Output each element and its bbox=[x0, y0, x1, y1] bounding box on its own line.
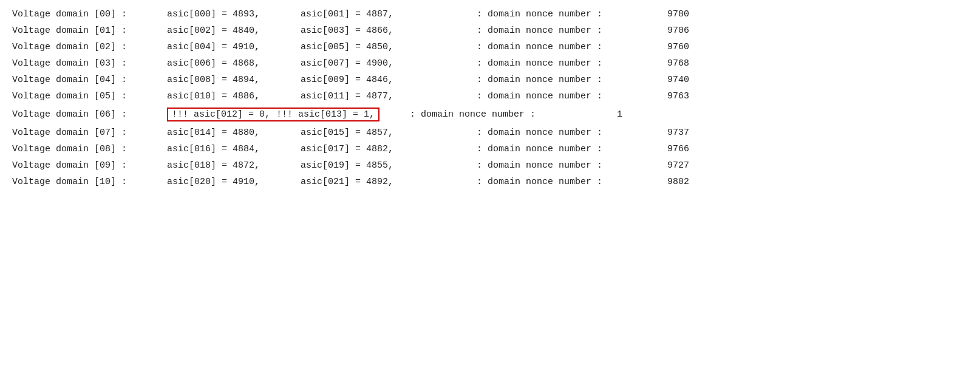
log-row: Voltage domain [04] :asic[008] = 4894,as… bbox=[12, 72, 968, 88]
domain-label: Voltage domain [06] : bbox=[12, 109, 167, 120]
log-row: Voltage domain [08] :asic[016] = 4884,as… bbox=[12, 141, 968, 157]
asic1-label: asic[008] = 4894, bbox=[167, 75, 301, 85]
log-row: Voltage domain [09] :asic[018] = 4872,as… bbox=[12, 157, 968, 174]
domain-label: Voltage domain [05] : bbox=[12, 91, 167, 101]
asic2-label: asic[011] = 4877, bbox=[301, 91, 446, 101]
domain-label: Voltage domain [10] : bbox=[12, 177, 167, 187]
log-row: Voltage domain [06] :!!! asic[012] = 0, … bbox=[12, 104, 968, 125]
asic2-label: asic[021] = 4892, bbox=[301, 177, 446, 187]
asic2-label: asic[003] = 4866, bbox=[301, 26, 446, 36]
asic1-label: asic[014] = 4880, bbox=[167, 128, 301, 138]
log-container: Voltage domain [00] :asic[000] = 4893,as… bbox=[12, 6, 968, 190]
domain-label: Voltage domain [09] : bbox=[12, 160, 167, 171]
asic2-label: asic[017] = 4882, bbox=[301, 144, 446, 154]
domain-label: Voltage domain [07] : bbox=[12, 128, 167, 138]
nonce-value: 9763 bbox=[653, 91, 689, 101]
nonce-label: : domain nonce number : bbox=[477, 177, 653, 187]
error-asic1: !!! asic[012] = 0, bbox=[172, 109, 270, 120]
nonce-label: : domain nonce number : bbox=[410, 109, 586, 120]
nonce-label: : domain nonce number : bbox=[477, 42, 653, 52]
domain-label: Voltage domain [02] : bbox=[12, 42, 167, 52]
asic1-label: asic[006] = 4868, bbox=[167, 58, 301, 69]
asic2-label: asic[005] = 4850, bbox=[301, 42, 446, 52]
nonce-value: 1 bbox=[586, 109, 622, 120]
log-row: Voltage domain [10] :asic[020] = 4910,as… bbox=[12, 174, 968, 190]
error-box: !!! asic[012] = 0, !!! asic[013] = 1, bbox=[167, 108, 379, 121]
nonce-value: 9727 bbox=[653, 160, 689, 171]
nonce-value: 9706 bbox=[653, 26, 689, 36]
log-row: Voltage domain [03] :asic[006] = 4868,as… bbox=[12, 55, 968, 72]
nonce-value: 9802 bbox=[653, 177, 689, 187]
domain-label: Voltage domain [08] : bbox=[12, 144, 167, 154]
nonce-value: 9760 bbox=[653, 42, 689, 52]
domain-label: Voltage domain [01] : bbox=[12, 26, 167, 36]
asic1-label: asic[018] = 4872, bbox=[167, 160, 301, 171]
nonce-label: : domain nonce number : bbox=[477, 91, 653, 101]
domain-label: Voltage domain [04] : bbox=[12, 75, 167, 85]
domain-label: Voltage domain [03] : bbox=[12, 58, 167, 69]
nonce-value: 9740 bbox=[653, 75, 689, 85]
asic2-label: asic[019] = 4855, bbox=[301, 160, 446, 171]
asic1-label: asic[016] = 4884, bbox=[167, 144, 301, 154]
nonce-label: : domain nonce number : bbox=[477, 58, 653, 69]
nonce-value: 9737 bbox=[653, 128, 689, 138]
asic2-label: asic[007] = 4900, bbox=[301, 58, 446, 69]
nonce-label: : domain nonce number : bbox=[477, 160, 653, 171]
asic1-label: asic[010] = 4886, bbox=[167, 91, 301, 101]
log-row: Voltage domain [07] :asic[014] = 4880,as… bbox=[12, 125, 968, 141]
nonce-label: : domain nonce number : bbox=[477, 75, 653, 85]
asic1-label: asic[004] = 4910, bbox=[167, 42, 301, 52]
log-row: Voltage domain [05] :asic[010] = 4886,as… bbox=[12, 88, 968, 104]
nonce-label: : domain nonce number : bbox=[477, 9, 653, 19]
nonce-label: : domain nonce number : bbox=[477, 128, 653, 138]
log-row: Voltage domain [01] :asic[002] = 4840,as… bbox=[12, 22, 968, 39]
asic1-label: asic[020] = 4910, bbox=[167, 177, 301, 187]
nonce-value: 9766 bbox=[653, 144, 689, 154]
nonce-value: 9780 bbox=[653, 9, 689, 19]
asic2-label: asic[001] = 4887, bbox=[301, 9, 446, 19]
asic1-label: asic[000] = 4893, bbox=[167, 9, 301, 19]
log-row: Voltage domain [00] :asic[000] = 4893,as… bbox=[12, 6, 968, 22]
nonce-value: 9768 bbox=[653, 58, 689, 69]
log-row: Voltage domain [02] :asic[004] = 4910,as… bbox=[12, 39, 968, 55]
nonce-label: : domain nonce number : bbox=[477, 26, 653, 36]
asic2-label: asic[015] = 4857, bbox=[301, 128, 446, 138]
error-asic2: !!! asic[013] = 1, bbox=[276, 109, 375, 120]
asic2-label: asic[009] = 4846, bbox=[301, 75, 446, 85]
asic1-label: asic[002] = 4840, bbox=[167, 26, 301, 36]
nonce-label: : domain nonce number : bbox=[477, 144, 653, 154]
domain-label: Voltage domain [00] : bbox=[12, 9, 167, 19]
